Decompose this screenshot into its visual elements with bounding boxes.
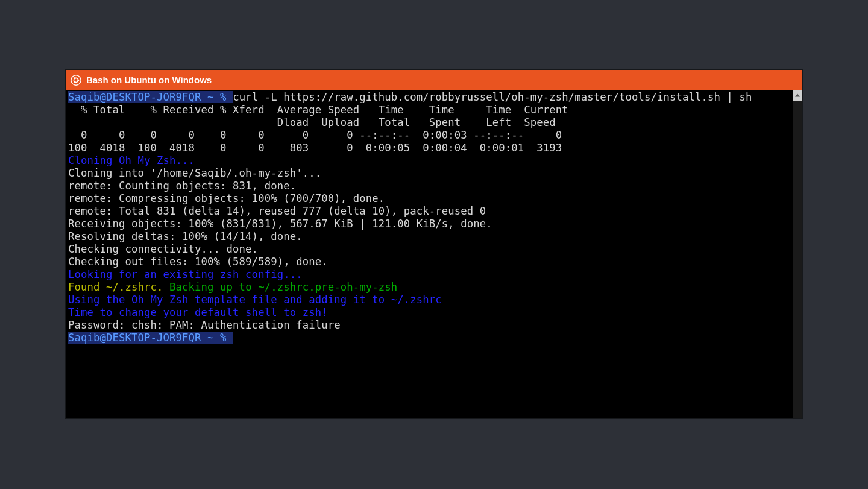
password-line: Password: chsh: PAM: Authentication fail… bbox=[68, 319, 341, 331]
status-found: Found ~/.zshrc. bbox=[68, 281, 169, 293]
prompt-userhost: Saqib@DESKTOP-JOR9FQR bbox=[68, 91, 201, 103]
window-title: Bash on Ubuntu on Windows bbox=[86, 75, 212, 85]
prompt-userhost: Saqib@DESKTOP-JOR9FQR bbox=[68, 332, 201, 344]
prompt-path: ~ % bbox=[201, 332, 233, 344]
curl-header: % Total % Received % Xferd Average Speed… bbox=[68, 104, 568, 116]
curl-row: 0 0 0 0 0 0 0 0 --:--:-- 0:00:03 --:--:-… bbox=[68, 129, 562, 141]
git-line: remote: Compressing objects: 100% (700/7… bbox=[68, 192, 385, 204]
curl-row: 100 4018 100 4018 0 0 803 0 0:00:05 0:00… bbox=[68, 142, 562, 154]
ubuntu-icon bbox=[71, 75, 81, 86]
git-line: remote: Total 831 (delta 14), reused 777… bbox=[68, 205, 486, 217]
status-backup: Backing up to ~/.zshrc.pre-oh-my-zsh bbox=[169, 281, 397, 293]
titlebar[interactable]: Bash on Ubuntu on Windows bbox=[66, 70, 802, 90]
terminal-output[interactable]: Saqib@DESKTOP-JOR9FQR ~ % curl -L https:… bbox=[68, 91, 800, 344]
git-line: Resolving deltas: 100% (14/14), done. bbox=[68, 230, 303, 242]
terminal-window: Bash on Ubuntu on Windows Saqib@DESKTOP-… bbox=[66, 70, 802, 418]
curl-header: Dload Upload Total Spent Left Speed bbox=[68, 116, 556, 128]
git-line: Cloning into '/home/Saqib/.oh-my-zsh'... bbox=[68, 167, 321, 179]
terminal-body[interactable]: Saqib@DESKTOP-JOR9FQR ~ % curl -L https:… bbox=[66, 90, 802, 418]
scrollbar-track[interactable] bbox=[793, 101, 802, 418]
status-cloning: Cloning Oh My Zsh... bbox=[68, 154, 195, 166]
scroll-up-icon[interactable] bbox=[793, 90, 802, 101]
status-using: Using the Oh My Zsh template file and ad… bbox=[68, 294, 442, 306]
status-time: Time to change your default shell to zsh… bbox=[68, 306, 328, 318]
command-text: curl -L https://raw.github.com/robbyruss… bbox=[233, 91, 752, 103]
prompt-path: ~ % bbox=[201, 91, 233, 103]
git-line: Checking connectivity... done. bbox=[68, 243, 258, 255]
status-looking: Looking for an existing zsh config... bbox=[68, 268, 303, 280]
git-line: remote: Counting objects: 831, done. bbox=[68, 180, 296, 192]
git-line: Checking out files: 100% (589/589), done… bbox=[68, 256, 328, 268]
git-line: Receiving objects: 100% (831/831), 567.6… bbox=[68, 218, 492, 230]
